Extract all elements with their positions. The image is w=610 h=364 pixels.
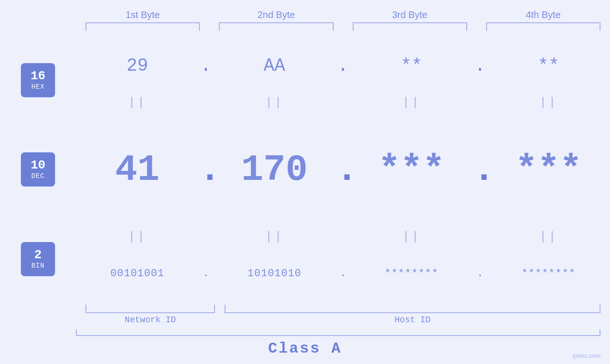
eq1-b1: || — [76, 95, 199, 110]
bin-sep2: . — [336, 268, 350, 280]
bracket-3 — [353, 22, 467, 31]
eq2-b1: || — [76, 230, 199, 244]
dec-b1: 41 — [76, 149, 199, 191]
dec-sep1: . — [199, 149, 213, 191]
eq-data-1: || || || || — [76, 95, 610, 110]
dec-badge-label: DEC — [31, 172, 45, 180]
dec-b2: 170 — [213, 149, 336, 191]
eq-row-2: || || || || — [76, 230, 610, 244]
byte3-header: 3rd Byte — [343, 9, 477, 20]
class-bracket — [76, 329, 601, 336]
bin-row: 00101001 . 10101010 . ******** . *******… — [76, 244, 610, 304]
watermark: ipshu.com — [572, 352, 601, 359]
hex-sep1: . — [199, 56, 213, 76]
hex-b1: 29 — [76, 56, 199, 76]
bin-sep1: . — [199, 268, 213, 280]
host-id-label: Host ID — [225, 315, 601, 325]
eq1-b2: || — [213, 95, 336, 110]
class-label-row: Class A — [268, 340, 342, 357]
data-column: 29 . AA . ** . ** || || || || — [76, 36, 610, 304]
bin-sep3: . — [473, 268, 487, 280]
eq1-b3: || — [350, 95, 473, 110]
bottom-bracket-row — [0, 305, 610, 313]
bin-b3: ******** — [350, 268, 473, 280]
network-id-label: Network ID — [85, 315, 215, 325]
hex-b2: AA — [213, 56, 336, 76]
dec-sep3: . — [473, 149, 487, 191]
class-bar — [0, 329, 610, 336]
byte4-header: 4th Byte — [477, 9, 610, 20]
badges-column: 16 HEX 10 DEC 2 BIN — [0, 36, 76, 304]
bin-badge: 2 BIN — [21, 242, 55, 276]
hex-b3: ** — [350, 56, 473, 76]
dec-badge-num: 10 — [30, 159, 45, 171]
bracket-4 — [486, 22, 601, 31]
byte1-header: 1st Byte — [76, 9, 209, 20]
bin-b1: 00101001 — [76, 268, 199, 280]
hex-badge: 16 HEX — [21, 63, 55, 97]
rows-area: 16 HEX 10 DEC 2 BIN 29 . AA . ** . ** — [0, 36, 610, 304]
eq-row-1: || || || || — [76, 95, 610, 110]
bin-badge-num: 2 — [34, 249, 42, 261]
eq2-b2: || — [213, 230, 336, 244]
hex-row: 29 . AA . ** . ** — [76, 36, 610, 95]
host-id-bracket — [225, 305, 601, 313]
hex-badge-label: HEX — [31, 83, 45, 91]
hex-sep2: . — [336, 56, 350, 76]
id-label-row: Network ID Host ID — [0, 315, 610, 325]
main-container: 1st Byte 2nd Byte 3rd Byte 4th Byte 16 H… — [0, 0, 610, 364]
hex-sep3: . — [473, 56, 487, 76]
hex-b4: ** — [487, 56, 610, 76]
bracket-1 — [85, 22, 200, 31]
byte-headers: 1st Byte 2nd Byte 3rd Byte 4th Byte — [0, 9, 610, 20]
dec-b3: *** — [350, 149, 473, 191]
eq2-b3: || — [350, 230, 473, 244]
eq1-b4: || — [487, 95, 610, 110]
class-label: Class A — [268, 340, 342, 357]
bracket-2 — [219, 22, 333, 31]
dec-sep2: . — [336, 149, 350, 191]
hex-badge-num: 16 — [30, 70, 45, 82]
top-brackets — [0, 22, 610, 31]
dec-badge: 10 DEC — [21, 152, 55, 187]
eq-data-2: || || || || — [76, 230, 610, 244]
network-id-bracket — [85, 305, 215, 313]
dec-row: 41 . 170 . *** . *** — [76, 110, 610, 230]
bin-b4: ******** — [487, 268, 610, 280]
byte2-header: 2nd Byte — [209, 9, 343, 20]
dec-b4: *** — [487, 149, 610, 191]
bin-badge-label: BIN — [31, 262, 45, 270]
bin-b2: 10101010 — [213, 268, 336, 280]
eq2-b4: || — [487, 230, 610, 244]
